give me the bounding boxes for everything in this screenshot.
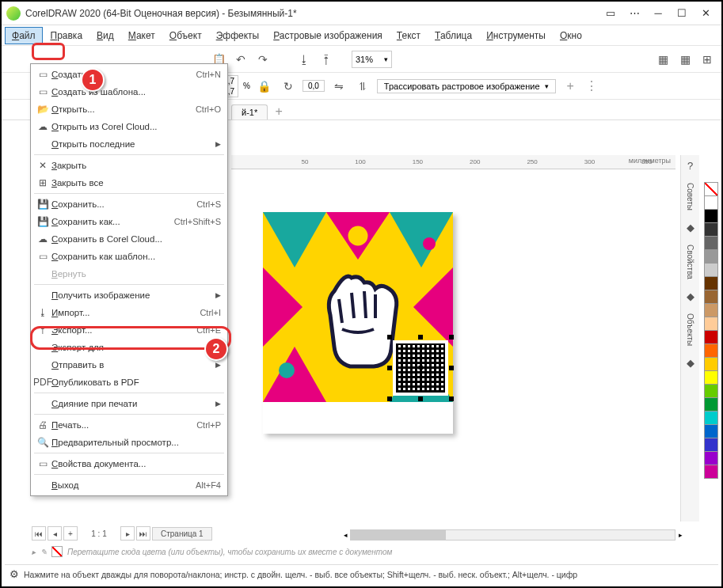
menu-item[interactable]: 💾Сохранить как...Ctrl+Shift+S (31, 213, 227, 230)
menu-таблица[interactable]: Таблица (428, 28, 478, 44)
docker-tab[interactable]: Объекты (684, 310, 696, 349)
canvas-area[interactable]: ✕ (231, 169, 675, 522)
menu-правка[interactable]: Правка (44, 28, 89, 44)
tab-document[interactable]: й-1* (231, 104, 268, 119)
menu-item[interactable]: Сдияние при печати▶ (31, 395, 227, 412)
menu-растровые изображения[interactable]: Растровые изображения (267, 28, 389, 44)
zoom-select[interactable]: 31% ▾ (352, 51, 392, 68)
docker-icon[interactable]: ◆ (687, 357, 694, 369)
color-swatch[interactable] (704, 303, 718, 317)
color-swatch[interactable] (704, 411, 718, 425)
color-swatch[interactable] (704, 236, 718, 250)
menu-item[interactable]: 📂Открыть...Ctrl+O (31, 101, 227, 118)
color-swatch[interactable] (704, 465, 718, 479)
docker-icon[interactable]: ◆ (687, 290, 694, 302)
selection-handles[interactable]: ✕ (390, 337, 451, 399)
snap-icon[interactable]: ▦ (653, 50, 672, 69)
add-button[interactable]: + (567, 79, 574, 93)
horizontal-scrollbar[interactable]: ◂ ▸ (350, 529, 675, 541)
menu-item[interactable]: 🖨Печать...Ctrl+P (31, 416, 227, 434)
page-next-button[interactable]: ▸ (120, 526, 135, 541)
color-swatch[interactable] (704, 276, 718, 290)
page-add-button[interactable]: + (63, 526, 78, 541)
menu-item[interactable]: ▭Создать...Ctrl+N (31, 66, 227, 83)
color-swatch[interactable] (704, 370, 718, 385)
import-icon[interactable]: ⭳ (295, 50, 314, 69)
menu-item[interactable]: PDFОпубликовать в PDF (31, 374, 227, 391)
menu-item[interactable]: ⭳Импорт...Ctrl+I (31, 304, 227, 321)
pencil-icon[interactable]: ✎ (40, 548, 47, 556)
layout-icon[interactable]: ▭ (599, 5, 622, 22)
menu-файл[interactable]: Файл (5, 27, 43, 44)
maximize-button[interactable]: ☐ (671, 5, 693, 22)
color-swatch[interactable] (704, 451, 718, 465)
menu-объект[interactable]: Объект (163, 28, 208, 44)
export-icon[interactable]: ⭱ (317, 50, 336, 69)
docker-icon[interactable]: ◆ (687, 222, 694, 233)
menu-item[interactable]: ▭Свойства документа... (31, 455, 227, 472)
help-icon[interactable]: ⋯ (623, 5, 645, 22)
eyedropper-icon[interactable]: ▸ (32, 548, 36, 556)
menu-item[interactable]: 🔍Предварительный просмотр... (31, 434, 227, 451)
page-first-button[interactable]: ⏮ (32, 526, 46, 541)
rotate-icon[interactable]: ↻ (279, 77, 298, 96)
color-swatch[interactable] (704, 424, 718, 438)
docker-tab[interactable]: Свойства (684, 241, 696, 283)
lock-icon[interactable]: 🔒 (255, 77, 274, 96)
grid-icon[interactable]: ▦ (675, 50, 694, 69)
menu-окно[interactable]: Окно (554, 28, 588, 44)
menu-текст[interactable]: Текст (390, 28, 427, 44)
color-swatch[interactable] (704, 209, 718, 223)
color-swatch[interactable] (704, 317, 718, 331)
color-swatch[interactable] (704, 438, 718, 452)
page-tab[interactable]: Страница 1 (152, 527, 212, 541)
hints-icon[interactable]: ? (687, 160, 693, 172)
color-swatch[interactable] (704, 195, 718, 210)
color-swatch[interactable] (704, 330, 718, 344)
tab-add-button[interactable]: + (271, 104, 287, 119)
menu-item[interactable]: Открыть последние▶ (31, 135, 227, 153)
menu-item[interactable]: ✕Закрыть (31, 157, 227, 174)
undo-icon[interactable]: ↶ (231, 50, 250, 69)
close-button[interactable]: ✕ (694, 5, 717, 22)
color-swatch[interactable] (704, 397, 718, 412)
docker-tab[interactable]: Советы (684, 180, 696, 214)
redo-icon[interactable]: ↷ (253, 50, 272, 69)
menu-item[interactable]: ВыходAlt+F4 (31, 476, 227, 494)
menu-item[interactable]: ▭Создать из шаблона... (31, 83, 227, 101)
menu-вид[interactable]: Вид (90, 28, 120, 44)
trace-bitmap-button[interactable]: Трассировать растровое изображение▾ (377, 79, 556, 93)
menu-item[interactable]: Отправить в▶ (31, 356, 227, 374)
menu-item[interactable]: Экспорт для▶ (31, 339, 227, 356)
color-swatch[interactable] (704, 343, 718, 358)
document-palette[interactable]: ▸ ✎ Перетащите сюда цвета (или объекты),… (32, 544, 698, 560)
no-color-swatch-doc[interactable] (51, 546, 63, 557)
color-swatch[interactable] (704, 249, 718, 264)
menu-item[interactable]: ⭱Экспорт...Ctrl+E (31, 321, 227, 339)
menu-item[interactable]: ☁Сохранить в Corel Cloud... (31, 230, 227, 248)
page-prev-button[interactable]: ◂ (48, 526, 62, 541)
page-last-button[interactable]: ⏭ (136, 526, 150, 541)
menu-item[interactable]: ▭Сохранить как шаблон... (31, 248, 227, 265)
scroll-right-icon[interactable]: ▸ (675, 530, 686, 540)
menu-инструменты[interactable]: Инструменты (480, 28, 552, 44)
launch-icon[interactable]: ⊞ (698, 50, 717, 69)
color-swatch[interactable] (704, 222, 718, 237)
menu-item[interactable]: Получить изображение▶ (31, 286, 227, 304)
options-icon[interactable]: ⋮ (585, 78, 598, 93)
menu-item[interactable]: ☁Открыть из Corel Cloud... (31, 118, 227, 135)
menu-item[interactable]: ⊞Закрыть все (31, 174, 227, 192)
mirror-h-icon[interactable]: ⇋ (329, 77, 348, 96)
gear-icon[interactable]: ⚙ (10, 568, 19, 580)
color-swatch[interactable] (704, 357, 718, 371)
scroll-left-icon[interactable]: ◂ (340, 530, 351, 540)
mirror-v-icon[interactable]: ⥮ (353, 77, 372, 96)
no-color-swatch[interactable] (704, 182, 718, 196)
rotation-input[interactable]: 0,0 (303, 80, 325, 92)
color-swatch[interactable] (704, 290, 718, 304)
menu-макет[interactable]: Макет (122, 28, 162, 44)
minimize-button[interactable]: ─ (647, 5, 669, 22)
color-swatch[interactable] (704, 384, 718, 398)
color-swatch[interactable] (704, 263, 718, 277)
menu-item[interactable]: 💾Сохранить...Ctrl+S (31, 195, 227, 213)
